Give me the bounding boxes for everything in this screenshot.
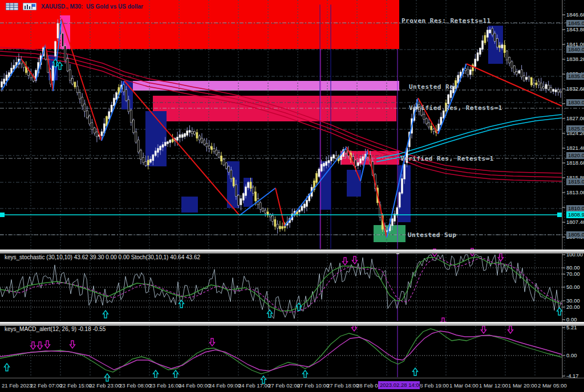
- verified-res-zone-1[interactable]: [153, 96, 396, 121]
- panel-separator-2[interactable]: [0, 322, 584, 326]
- up-arrow-icon: [58, 62, 63, 70]
- up-arrow-icon: [153, 370, 159, 378]
- time-axis-border: [0, 378, 584, 378]
- down-arrow-icon: [343, 258, 348, 265]
- down-arrow-icon: [38, 342, 43, 349]
- price-line-left-anchor[interactable]: [0, 213, 5, 217]
- down-arrow-icon: [481, 326, 486, 333]
- zigzag-segment[interactable]: [285, 147, 347, 226]
- order-block-box[interactable]: [347, 170, 361, 197]
- panel-separator-1[interactable]: [0, 250, 584, 254]
- up-arrow-icon: [103, 311, 108, 318]
- order-blocks[interactable]: [48, 26, 503, 222]
- stoch-main-line: [0, 257, 562, 311]
- up-arrow-icon: [297, 303, 302, 311]
- price-line-right-anchor[interactable]: [557, 213, 562, 217]
- down-arrow-icon: [31, 342, 36, 349]
- stoch-fast-line: [0, 255, 561, 318]
- down-arrow-icon: [508, 326, 513, 333]
- up-arrow-icon: [557, 308, 562, 315]
- up-arrow-icon: [267, 310, 273, 317]
- zigzag-segment[interactable]: [438, 64, 467, 134]
- candles: [1, 19, 562, 234]
- mt4-chart-window: XAUUSD., M30: US Gold vs US dollar Prove…: [0, 0, 584, 392]
- up-arrow-icon: [5, 364, 10, 371]
- down-arrow-icon: [210, 338, 215, 346]
- ma-cyan-line: [376, 118, 562, 162]
- up-arrow-icon: [303, 370, 308, 378]
- zigzag-segment[interactable]: [418, 98, 438, 134]
- order-block-box[interactable]: [145, 111, 167, 166]
- macd-plot: [0, 318, 562, 383]
- down-arrow-icon: [352, 256, 358, 264]
- zones[interactable]: [0, 0, 405, 242]
- down-arrow-icon: [70, 341, 75, 348]
- up-arrow-icon: [173, 370, 179, 378]
- up-arrow-icon: [261, 376, 266, 383]
- stochastic-plot: [0, 248, 562, 318]
- zigzag-segment[interactable]: [275, 188, 285, 226]
- up-arrow-icon: [179, 300, 184, 308]
- down-arrow-icon: [45, 341, 50, 348]
- order-block-box[interactable]: [181, 197, 198, 213]
- chart-canvas: [0, 0, 584, 392]
- up-arrow-icon: [413, 368, 418, 375]
